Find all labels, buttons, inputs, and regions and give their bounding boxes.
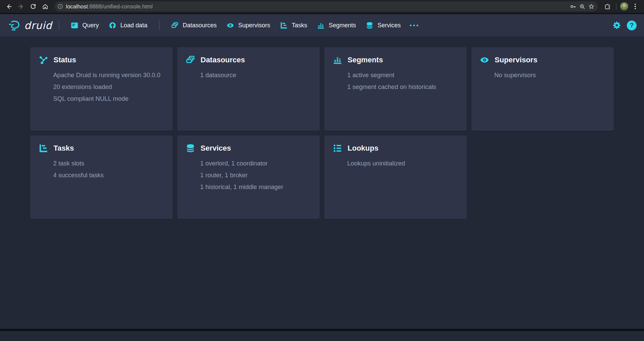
arrow-left-icon (6, 3, 12, 10)
settings-button[interactable] (613, 21, 621, 29)
gear-icon (613, 21, 621, 29)
nav-item-segments[interactable]: Segments (312, 18, 361, 33)
nav-item-label: Query (82, 22, 99, 29)
arrow-right-icon (18, 3, 24, 10)
card-tasks[interactable]: Tasks 2 task slots 4 successful tasks (30, 135, 173, 219)
reload-icon (30, 3, 36, 10)
home-icon (42, 3, 48, 10)
toolbar-divider (616, 3, 616, 9)
password-key-icon[interactable] (570, 3, 576, 10)
gantt-chart-icon (280, 22, 287, 29)
eye-icon (480, 56, 489, 64)
navbar-divider (59, 21, 59, 30)
layers-icon (171, 22, 178, 29)
browser-menu-button[interactable] (630, 1, 641, 12)
druid-logo[interactable]: druid (8, 19, 52, 32)
nav-item-services[interactable]: Services (361, 18, 406, 33)
card-title: Tasks (53, 144, 74, 153)
help-button[interactable]: ? (627, 21, 637, 30)
graph-icon (39, 56, 48, 64)
card-services[interactable]: Services 1 overlord, 1 coordinator 1 rou… (177, 135, 320, 219)
nav-more-button[interactable] (406, 18, 422, 33)
nav-item-label: Datasources (183, 22, 217, 29)
grouped-bars-icon (317, 22, 324, 29)
address-bar[interactable]: localhost:8888/unified-console.html (55, 1, 598, 11)
card-title: Segments (348, 56, 383, 64)
url-text: localhost:8888/unified-console.html (66, 3, 153, 10)
profile-avatar[interactable] (620, 2, 629, 11)
card-title: Lookups (348, 144, 379, 153)
zoom-in-icon[interactable] (579, 3, 585, 10)
card-line: 4 successful tasks (53, 169, 164, 181)
nav-item-label: Load data (120, 22, 147, 29)
gantt-chart-icon (39, 144, 48, 153)
grouped-bars-icon (333, 56, 342, 64)
druid-navbar: druid Query Load data Datasources Superv… (0, 14, 644, 36)
card-line: 20 extensions loaded (53, 81, 164, 93)
bookmark-star-icon[interactable] (588, 3, 595, 10)
database-icon (186, 144, 195, 153)
nav-item-label: Segments (329, 22, 356, 29)
card-lookups[interactable]: Lookups Lookups uninitialized (324, 135, 467, 219)
card-title: Status (53, 56, 76, 64)
card-line: 1 active segment (347, 69, 458, 81)
url-host: localhost (66, 3, 88, 9)
navbar-divider (159, 21, 159, 30)
window-bottom-edge (0, 329, 644, 331)
application-icon (71, 22, 78, 29)
database-icon (366, 22, 373, 29)
layers-icon (186, 56, 195, 64)
nav-item-load-data[interactable]: Load data (104, 18, 152, 33)
browser-home-button[interactable] (40, 1, 50, 12)
nav-item-label: Supervisors (238, 22, 270, 29)
page-info-icon[interactable] (57, 3, 63, 9)
browser-toolbar: localhost:8888/unified-console.html (0, 0, 644, 13)
nav-item-label: Tasks (292, 22, 307, 29)
card-line: 2 task slots (53, 157, 164, 169)
upload-circle-icon (109, 22, 116, 29)
druid-logo-icon (8, 19, 21, 32)
card-line: Apache Druid is running version 30.0.0 (53, 69, 164, 81)
card-line: No supervisors (494, 69, 605, 81)
ellipsis-icon (410, 18, 418, 33)
card-status[interactable]: Status Apache Druid is running version 3… (30, 47, 173, 131)
card-line: 1 historical, 1 middle manager (200, 181, 311, 193)
browser-forward-button[interactable] (15, 1, 26, 12)
card-segments[interactable]: Segments 1 active segment 1 segment cach… (324, 47, 467, 131)
extensions-puzzle-icon[interactable] (602, 1, 613, 12)
card-line: 1 overlord, 1 coordinator (200, 157, 311, 169)
card-line: 1 router, 1 broker (200, 169, 311, 181)
eye-icon (227, 22, 234, 29)
card-supervisors[interactable]: Supervisors No supervisors (471, 47, 614, 131)
browser-reload-button[interactable] (28, 1, 38, 12)
card-line: Lookups uninitialized (347, 157, 458, 169)
nav-item-datasources[interactable]: Datasources (166, 18, 222, 33)
cards-grid: Status Apache Druid is running version 3… (30, 47, 614, 219)
card-line: 1 datasource (200, 69, 311, 81)
nav-item-supervisors[interactable]: Supervisors (222, 18, 275, 33)
url-path: :8888/unified-console.html (88, 3, 153, 9)
card-title: Supervisors (495, 56, 537, 64)
druid-logo-text: druid (24, 20, 52, 31)
browser-back-button[interactable] (3, 1, 14, 12)
nav-item-tasks[interactable]: Tasks (275, 18, 312, 33)
card-line: 1 segment cached on historicals (347, 81, 458, 93)
card-title: Datasources (201, 56, 245, 64)
home-view: Status Apache Druid is running version 3… (0, 36, 644, 329)
question-mark-icon: ? (630, 22, 634, 29)
card-title: Services (201, 144, 231, 153)
properties-list-icon (333, 144, 342, 153)
nav-item-label: Services (378, 22, 401, 29)
card-line: SQL compliant NULL mode (53, 93, 164, 104)
card-datasources[interactable]: Datasources 1 datasource (177, 47, 320, 131)
nav-item-query[interactable]: Query (66, 18, 104, 33)
kebab-menu-icon (632, 4, 639, 9)
